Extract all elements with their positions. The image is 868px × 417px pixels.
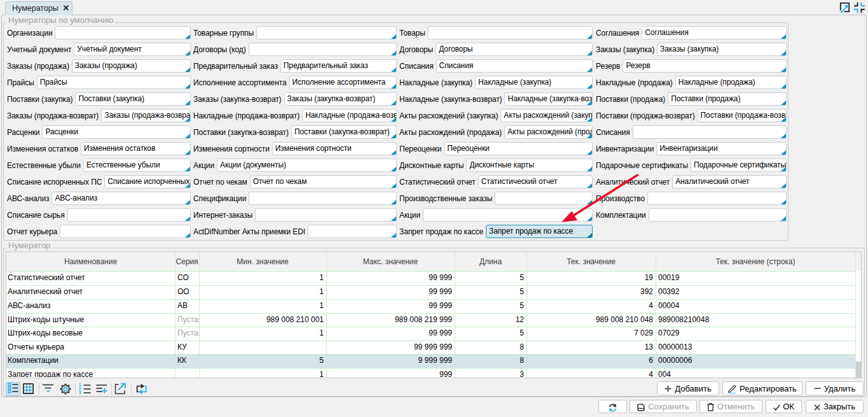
svg-text:3: 3 bbox=[79, 390, 81, 395]
